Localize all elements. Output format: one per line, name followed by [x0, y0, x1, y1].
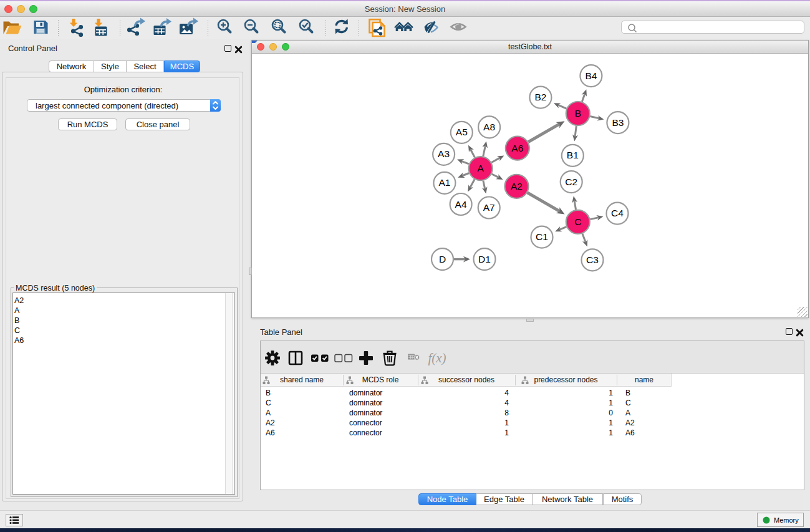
svg-text:B2: B2: [534, 92, 546, 102]
svg-text:A8: A8: [483, 122, 495, 132]
svg-text:D1: D1: [478, 254, 491, 264]
svg-text:C4: C4: [611, 208, 624, 218]
svg-text:A2: A2: [511, 181, 523, 191]
svg-text:A6: A6: [511, 143, 523, 153]
svg-text:D: D: [439, 254, 446, 264]
svg-text:B4: B4: [585, 70, 597, 81]
svg-text:C: C: [574, 216, 581, 227]
svg-text:A: A: [478, 163, 485, 173]
svg-text:f(x): f(x): [428, 351, 446, 365]
svg-text:B: B: [575, 108, 581, 118]
svg-text:B3: B3: [612, 117, 624, 128]
svg-text:A4: A4: [455, 199, 467, 210]
svg-text:B1: B1: [567, 150, 579, 160]
svg-text:C1: C1: [536, 231, 548, 242]
svg-text:C3: C3: [586, 254, 599, 265]
svg-text:A5: A5: [456, 127, 468, 137]
svg-text:A3: A3: [438, 148, 450, 159]
svg-text:A1: A1: [438, 177, 450, 188]
svg-text:A7: A7: [483, 202, 495, 213]
svg-text:C2: C2: [565, 177, 577, 187]
